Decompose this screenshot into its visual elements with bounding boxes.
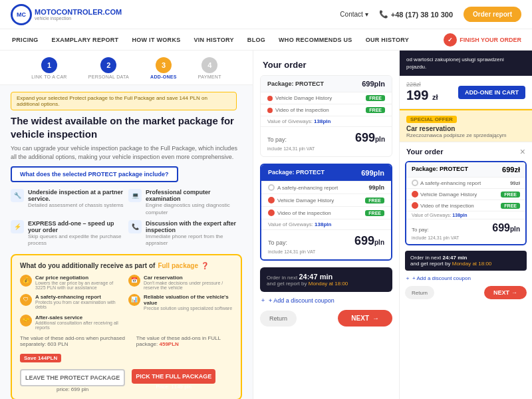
action-row: Return NEXT →: [253, 310, 399, 333]
special-offer-section: SPECIAL OFFER Car reservation Rzeczoznaw…: [400, 109, 532, 142]
car-price-icon: 💰: [20, 275, 32, 287]
order-card-2-header: Package: PROTECT 699pln: [261, 165, 391, 181]
fp-after-sales-title: After-sales service: [35, 315, 124, 321]
leave-protect-button[interactable]: LEAVE THE PROTECT PACKAGE: [20, 369, 125, 386]
feature-computer-desc: Engine diagnostics using diagnostic comp…: [146, 202, 242, 216]
giveaway-2: Value of Giveways: 138pln: [261, 219, 391, 229]
feature-underside: 🔧 Underside inspection at a partner serv…: [11, 189, 124, 216]
right-timer-value: 24:47 min: [442, 255, 467, 261]
order-item-video-2: Video of the inspection FREE: [261, 206, 391, 219]
feature-underside-desc: Detailed assessment of chassis systems: [28, 202, 124, 209]
order-timer: Order in next 24:47 min and get report b…: [260, 267, 392, 292]
order-package-name-1: Package: PROTECT: [267, 80, 324, 87]
discussion-icon: 📞: [128, 220, 142, 233]
fp-item-valuation: 📊 Reliable valuation of the vehicle's va…: [128, 294, 233, 311]
after-sales-icon: 🤝: [20, 315, 32, 327]
nav-links: PRICING EXAMPLARY REPORT HOW IT WORKS VI…: [11, 37, 410, 43]
feature-express-desc: Skip queues and expedite the purchase pr…: [28, 233, 124, 247]
nav-who-recommends[interactable]: WHO RECOMMENDS US: [277, 37, 354, 43]
roc-item-damage: Vehicle Damage History FREE: [406, 188, 525, 200]
underside-icon: 🔧: [11, 189, 24, 202]
step-4-label: PAYMENT: [198, 74, 221, 79]
arrow-right-icon: →: [372, 315, 379, 322]
order-package-price-2: 699pln: [361, 169, 384, 177]
main-title: The widest available on the market packa…: [11, 114, 242, 140]
roc-item-video: Video of the inspection FREE: [406, 200, 525, 211]
phone-number: 📞 +48 (17) 38 10 300: [379, 10, 453, 19]
valuation-icon: 📊: [128, 294, 140, 306]
timer-value: 24:47 min: [299, 273, 332, 281]
right-order-card: Package: PROTECT 699zł A safety-enhancin…: [405, 161, 527, 245]
right-promo-text: od wartości zakupionej usługi sprawdzeni…: [400, 51, 532, 76]
fp-item-reservation: 📅 Car reservation Don't make decisions u…: [128, 275, 233, 290]
roc-package-name: Package: PROTECT: [412, 166, 468, 174]
order-card-2: Package: PROTECT 699pln A safety-enhanci…: [260, 164, 392, 261]
discount-coupon-button[interactable]: ＋ + Add a discount coupon: [253, 296, 399, 310]
step-1-label: LINK TO A CAR: [31, 74, 66, 79]
close-button[interactable]: ×: [520, 146, 525, 157]
right-price-row: 228zł 199 zł ADD-ONE IN CART: [400, 76, 532, 109]
feature-discussion-title: Discussion with the expert after inspect…: [146, 220, 242, 233]
fp-prices: The value of these add-ons when purchase…: [20, 335, 233, 347]
right-return-button[interactable]: Return: [405, 286, 434, 299]
fp-valuation-desc: Precise solution using specialized softw…: [144, 306, 233, 311]
header-center: Contact ▾ 📞 +48 (17) 38 10 300 Order rep…: [340, 7, 521, 22]
fp-safety-desc: Protects you from car examination with d…: [35, 300, 124, 309]
order-card-1: Package: PROTECT 699pln Vehicle Damage H…: [260, 75, 392, 157]
main-content: Expand your selected Protect package to …: [0, 85, 253, 399]
step-4: 4 PAYMENT: [198, 57, 221, 79]
nav-our-history[interactable]: OUR HISTORY: [364, 37, 410, 43]
fp-valuation-title: Reliable valuation of the vehicle's valu…: [144, 294, 233, 306]
new-price: 199 zł: [406, 88, 438, 103]
left-panel: 1 LINK TO A CAR 2 PERSONAL DATA 3 ADD-ON…: [0, 51, 253, 399]
full-package-box: What do you additionally receive as part…: [11, 254, 242, 399]
nav-how-it-works[interactable]: HOW IT WORKS: [130, 37, 182, 43]
free-badge-1: FREE: [366, 95, 385, 101]
roc-circle-3: [412, 202, 418, 209]
right-next-button[interactable]: NEXT →: [484, 286, 527, 299]
roc-circle-1: [412, 180, 418, 186]
phone-icon: 📞: [379, 10, 388, 19]
nav-pricing[interactable]: PRICING: [11, 37, 40, 43]
steps-indicator: 1 LINK TO A CAR 2 PERSONAL DATA 3 ADD-ON…: [0, 51, 253, 85]
nav-blog[interactable]: BLOG: [246, 37, 267, 43]
roc-giveaway: Value of Giveways: 138pln: [406, 211, 525, 219]
main-area: 1 LINK TO A CAR 2 PERSONAL DATA 3 ADD-ON…: [0, 51, 532, 399]
right-discount-button[interactable]: ＋ + Add a discount coupon: [400, 275, 532, 286]
roc-free-1: FREE: [501, 192, 520, 198]
fp-item-after-sales: 🤝 After-sales service Additional consult…: [20, 315, 124, 330]
circle-filled: [268, 197, 275, 203]
features-grid: 🔧 Underside inspection at a partner serv…: [11, 189, 242, 247]
contact-button[interactable]: Contact ▾: [340, 11, 368, 18]
order-item-damage-1: Vehicle Damage History FREE: [261, 92, 392, 104]
free-badge-3: FREE: [365, 198, 384, 203]
step-2-circle: 2: [100, 57, 116, 73]
fp-car-price-title: Car price negotiation: [35, 275, 124, 281]
step-3-circle: 3: [156, 57, 172, 73]
step-2: 2 PERSONAL DATA: [88, 57, 129, 79]
logo-circle: MC: [11, 4, 32, 25]
nav-vin-history[interactable]: VIN HISTORY: [193, 37, 235, 43]
add-to-cart-button[interactable]: ADD-ONE IN CART: [458, 86, 525, 99]
order-report-button[interactable]: Order report: [464, 7, 521, 22]
roc-package-price: 699zł: [502, 166, 520, 174]
nav-examplary-report[interactable]: EXAMPLARY REPORT: [51, 37, 120, 43]
middle-panel: Your order Package: PROTECT 699pln Vehic…: [253, 51, 399, 399]
logo-text: MOTOCONTROLER.COM: [35, 8, 122, 16]
feature-computer-title: Professional computer examination: [146, 189, 242, 202]
what-included-button[interactable]: What does the selected PROTECT package i…: [11, 166, 178, 182]
finish-order-button[interactable]: ✓ FINISH YOUR ORDER: [444, 33, 521, 47]
free-badge-4: FREE: [365, 210, 384, 216]
roc-header: Package: PROTECT 699zł: [406, 162, 525, 177]
fp-safety-title: A safety-enhancing report: [35, 294, 124, 300]
right-timer-day: Monday at 18:00: [452, 261, 492, 267]
feature-discussion: 📞 Discussion with the expert after inspe…: [128, 220, 242, 247]
next-button[interactable]: NEXT →: [338, 310, 392, 327]
pick-full-package-button[interactable]: PICK THE FULL PACKAGE: [132, 369, 215, 384]
fp-buttons: LEAVE THE PROTECT PACKAGE price: 699 pln…: [20, 369, 233, 392]
free-badge-2: FREE: [366, 107, 385, 113]
return-button[interactable]: Return: [260, 311, 297, 327]
step-1: 1 LINK TO A CAR: [31, 57, 66, 79]
old-price: 228zł: [406, 81, 438, 88]
full-package-title: What do you additionally receive as part…: [20, 262, 233, 269]
